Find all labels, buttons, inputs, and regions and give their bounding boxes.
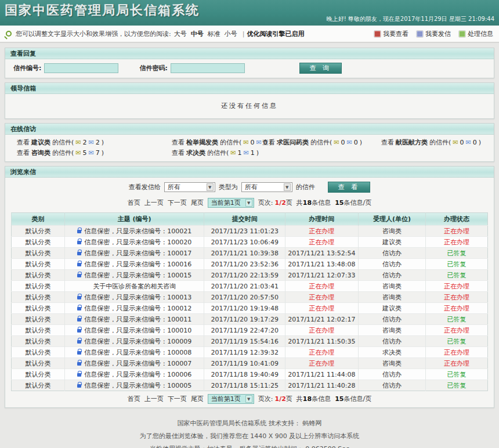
petition-category-link[interactable]: 查看献医献方类的信件(✉0✉0)	[381, 138, 494, 147]
view-button[interactable]: 查 看	[328, 182, 371, 193]
current-page-select[interactable]: 当前第1页▼	[208, 198, 254, 208]
row-submit-time: 2017/11/20 19:19:48	[204, 303, 285, 314]
petition-category-link[interactable]: 查看检举揭发类的信件(✉0✉0)	[172, 138, 262, 147]
status-text: 正在办理	[444, 294, 469, 301]
row-status: 正在办理	[426, 226, 488, 237]
row-subject-link[interactable]: 关于中医诊所备案的相关咨询	[93, 283, 176, 290]
status-text: 已答复	[447, 382, 467, 389]
row-handler-unit: 信访办	[358, 259, 426, 270]
footer: 国家中医药管理局局长信箱系统 技术支持： 蚂蜂网 为了您的最佳浏览体验，我们推荐…	[5, 412, 494, 448]
row-subject-link[interactable]: 信息保密，只显示来信编号：100008	[84, 349, 191, 356]
font-size-option[interactable]: 小号	[225, 30, 237, 38]
lock-icon	[77, 373, 81, 377]
handle-time-text: 2017/11/21 11:40:28	[288, 382, 355, 389]
current-page-value: 当前第1页	[211, 395, 241, 403]
font-size-option[interactable]: 大号	[174, 30, 187, 38]
row-handler-unit: 咨询类	[358, 281, 426, 292]
row-status: 正在办理	[426, 325, 488, 336]
view-label: 查看	[17, 149, 30, 157]
letter-pwd-label: 信件密码:	[139, 64, 167, 73]
status-text: 已答复	[447, 371, 467, 378]
total-count: 1	[251, 149, 255, 157]
row-subject-cell: 信息保密，只显示来信编号：100007	[64, 358, 204, 369]
row-subject-link[interactable]: 信息保密，只显示来信编号：100010	[84, 327, 191, 334]
mail-label: 的信件(	[52, 138, 74, 147]
letter-no-label: 信件编号:	[13, 64, 41, 73]
row-subject-link[interactable]: 信息保密，只显示来信编号：100017	[84, 250, 191, 257]
row-category: 默认分类	[12, 270, 65, 281]
next-page-link[interactable]: 下一页	[168, 395, 187, 403]
font-size-option[interactable]: 中号	[191, 30, 204, 38]
per-page-suffix: 条信息/页	[343, 395, 371, 403]
row-submit-time: 2017/11/19 12:39:32	[204, 347, 285, 358]
row-subject-link[interactable]: 信息保密，只显示来信编号：100006	[84, 371, 191, 378]
handle-time-text: 正在办理	[309, 305, 334, 312]
table-row: 默认分类 信息保密，只显示来信编号：100011 2017/11/20 19:1…	[12, 314, 488, 325]
first-page-link[interactable]: 首页	[128, 198, 140, 207]
first-page-link[interactable]: 首页	[128, 395, 140, 403]
row-subject-cell: 信息保密，只显示来信编号：100016	[64, 259, 204, 270]
query-button[interactable]: 查 询	[299, 63, 342, 74]
row-handle-time: 正在办理	[285, 226, 359, 237]
status-text: 已答复	[447, 250, 467, 257]
row-subject-link[interactable]: 信息保密，只显示来信编号：100009	[84, 338, 191, 345]
row-subject-link[interactable]: 信息保密，只显示来信编号：100020	[84, 239, 191, 246]
next-page-link[interactable]: 下一页	[168, 198, 187, 207]
lock-icon	[77, 307, 81, 310]
row-submit-time: 2017/11/20 22:13:59	[204, 270, 285, 281]
status-text: 正在办理	[444, 360, 469, 367]
row-handle-time: 2017/11/21 11:40:28	[285, 380, 359, 391]
row-submit-time: 2017/11/18 15:11:25	[204, 380, 285, 391]
letter-pwd-input[interactable]	[171, 63, 245, 73]
row-status: 已答复	[426, 270, 488, 281]
table-row: 默认分类 信息保密，只显示来信编号：100017 2017/11/21 10:3…	[12, 248, 488, 259]
row-category: 默认分类	[12, 358, 65, 369]
handle-time-text: 正在办理	[309, 239, 334, 246]
unread-mail-icon: ✉	[230, 150, 236, 156]
footer-resolution-line: 为了您的最佳浏览体验，我们推荐您在 1440 X 900 及以上分辨率访问本系统	[5, 432, 494, 440]
current-page-value: 当前第1页	[211, 198, 241, 207]
row-handle-time: 2017/11/21 12:07:33	[285, 270, 359, 281]
row-subject-link[interactable]: 信息保密，只显示来信编号：100013	[84, 294, 191, 301]
row-handle-time: 正在办理	[285, 358, 359, 369]
petition-category-link[interactable]: 查看建议类的信件(✉2✉2)	[17, 138, 172, 147]
filter-row: 查看发信给 所有▼ 类型为 所有▼ 的信件 查 看	[5, 178, 494, 195]
prev-page-link[interactable]: 上一页	[144, 198, 164, 207]
row-handler-unit: 咨询类	[358, 226, 426, 237]
row-subject-link[interactable]: 信息保密，只显示来信编号：100021	[84, 227, 191, 235]
toolbar-action-link[interactable]: 我要发信	[417, 30, 451, 38]
table-row: 默认分类 信息保密，只显示来信编号：100020 2017/11/23 10:0…	[12, 237, 488, 248]
row-subject-link[interactable]: 信息保密，只显示来信编号：100005	[84, 382, 191, 389]
petition-category-link[interactable]: 查看求决类的信件(✉1✉1)	[172, 149, 262, 157]
font-size-option[interactable]: 标准	[208, 30, 220, 38]
table-header-cell: 办理时间	[285, 213, 359, 226]
toolbar-action-link[interactable]: 我要查看	[374, 30, 408, 38]
row-subject-link[interactable]: 信息保密，只显示来信编号：100007	[84, 360, 191, 367]
type-select[interactable]: 所有▼	[241, 182, 292, 192]
letter-no-input[interactable]	[44, 63, 118, 73]
row-subject-link[interactable]: 信息保密，只显示来信编号：100012	[84, 305, 191, 312]
total-count: 7	[96, 149, 100, 157]
row-subject-link[interactable]: 信息保密，只显示来信编号：100011	[84, 316, 191, 323]
send-to-select[interactable]: 所有▼	[164, 182, 215, 192]
petition-links: 查看建议类的信件(✉2✉2)查看检举揭发类的信件(✉0✉0)查看求医问药类的信件…	[5, 135, 494, 161]
status-text: 正在办理	[444, 305, 469, 312]
handle-time-text: 正在办理	[309, 283, 334, 290]
leader-mailbox-title: 领导信箱	[5, 83, 494, 94]
table-body: 默认分类 信息保密，只显示来信编号：100021 2017/11/23 11:0…	[12, 226, 488, 391]
row-subject-link[interactable]: 信息保密，只显示来信编号：100016	[84, 261, 191, 268]
toolbar: 您可以调整文字显示大小和效果增强，以方便您的阅读: 大号中号标准小号 | 优化阅…	[0, 26, 499, 43]
prev-page-link[interactable]: 上一页	[144, 395, 164, 403]
petition-category-link[interactable]: 查看求医问药类的信件(✉0✉0)	[262, 138, 381, 147]
mail-action-icon	[374, 31, 381, 37]
last-page-link[interactable]: 尾页	[191, 198, 204, 207]
last-page-link[interactable]: 尾页	[191, 395, 204, 403]
toolbar-action-link[interactable]: 处理信息	[459, 30, 493, 38]
row-handler-unit: 信访办	[358, 248, 426, 259]
row-status: 已答复	[426, 314, 488, 325]
row-subject-cell: 关于中医诊所备案的相关咨询	[64, 281, 204, 292]
row-subject-link[interactable]: 信息保密，只显示来信编号：100015	[84, 272, 191, 279]
current-page-select[interactable]: 当前第1页▼	[208, 394, 254, 404]
row-subject-cell: 信息保密，只显示来信编号：100012	[64, 303, 204, 314]
petition-category-link[interactable]: 查看咨询类的信件(✉5✉7)	[17, 149, 172, 157]
